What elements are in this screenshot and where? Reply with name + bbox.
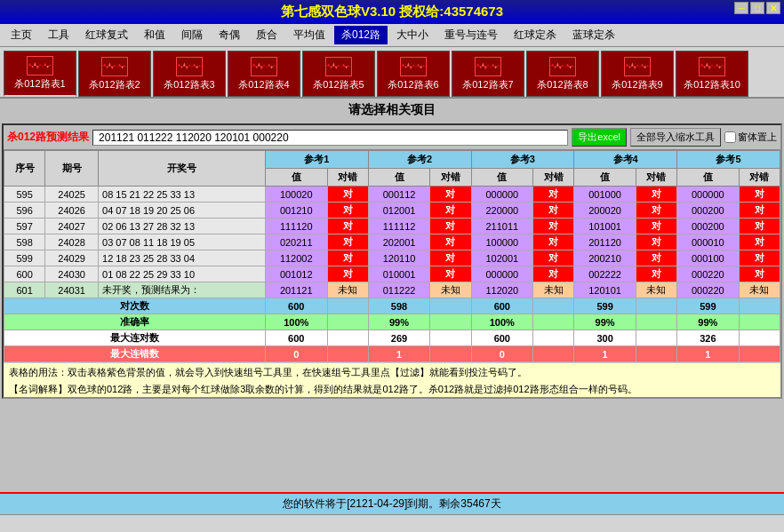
maximize-button[interactable]: □ — [750, 2, 764, 14]
data-table: 序号 期号 开奖号 参考1 参考2 参考3 参考4 参考5 值 对错 值 对错 … — [4, 150, 780, 362]
stat-val: 599 — [677, 298, 740, 314]
stat-empty — [739, 330, 780, 346]
table-row[interactable]: 111120 — [265, 218, 327, 234]
tab-8[interactable]: 杀012路表8 — [526, 51, 599, 97]
stat-val: 599 — [574, 298, 636, 314]
table-row: 对 — [533, 234, 574, 250]
table-row[interactable]: 220000 — [471, 202, 533, 218]
table-row: 01 08 22 25 29 33 10 — [99, 266, 266, 282]
th-seq: 序号 — [4, 151, 45, 187]
table-row[interactable]: 000010 — [677, 234, 740, 250]
export-button[interactable]: 导出excel — [572, 128, 627, 147]
table-row: 对 — [327, 202, 368, 218]
tab-4[interactable]: 杀012路表4 — [228, 51, 300, 97]
table-row[interactable]: 211011 — [471, 218, 533, 234]
table-row: 对 — [430, 187, 471, 202]
menu-bluekill[interactable]: 蓝球定杀 — [565, 26, 622, 44]
tab-10[interactable]: 杀012路表10 — [676, 51, 748, 97]
table-row[interactable]: 002222 — [574, 266, 636, 282]
menu-012[interactable]: 杀012路 — [334, 26, 388, 44]
stat-empty — [636, 346, 676, 362]
menu-tools[interactable]: 工具 — [41, 26, 76, 44]
menu-sum[interactable]: 和值 — [137, 26, 172, 44]
stat-val: 269 — [368, 330, 430, 346]
menu-home[interactable]: 主页 — [4, 26, 39, 44]
table-row: 对 — [327, 218, 368, 234]
tab-2[interactable]: 杀012路表2 — [78, 51, 151, 97]
window-controls: ─ □ ✕ — [734, 2, 780, 14]
stat-empty — [636, 314, 676, 330]
close-button[interactable]: ✕ — [766, 2, 780, 14]
table-row[interactable]: 102001 — [471, 250, 533, 266]
tab-5[interactable]: 杀012路表5 — [302, 51, 375, 97]
menu-prime[interactable]: 质合 — [249, 26, 284, 44]
th-v3: 值 — [471, 169, 533, 187]
footer-note-2: 【名词解释】双色球的012路，主要是对每个红球做除3取余数的计算，得到的结果就是… — [4, 382, 780, 397]
table-row[interactable]: 101001 — [574, 218, 636, 234]
menu-oddeven[interactable]: 奇偶 — [212, 26, 247, 44]
stat-empty — [739, 314, 780, 330]
table-row[interactable]: 000112 — [368, 187, 430, 202]
menu-interval[interactable]: 间隔 — [174, 26, 210, 44]
table-row[interactable]: 000200 — [677, 218, 740, 234]
th-balls: 开奖号 — [99, 151, 266, 187]
tab-icon-10 — [699, 57, 725, 76]
menu-average[interactable]: 平均值 — [286, 26, 332, 44]
table-row[interactable]: 000100 — [677, 250, 740, 266]
tab-7[interactable]: 杀012路表7 — [452, 51, 524, 97]
table-row[interactable]: 100000 — [471, 234, 533, 250]
table-row[interactable]: 010001 — [368, 266, 430, 282]
stat-val: 1 — [368, 346, 430, 362]
menu-redball[interactable]: 红球复式 — [78, 26, 135, 44]
table-row[interactable]: 112002 — [265, 250, 327, 266]
table-row[interactable]: 100020 — [265, 187, 327, 202]
table-row: 对 — [739, 187, 780, 202]
table-row: 598 — [4, 234, 45, 250]
section-title: 请选择相关项目 — [0, 99, 784, 122]
th-ref5: 参考5 — [677, 151, 780, 169]
minimize-button[interactable]: ─ — [734, 2, 748, 14]
table-row: 对 — [739, 266, 780, 282]
table-row: 对 — [739, 218, 780, 234]
predict-row[interactable]: 112020 — [471, 282, 533, 298]
app-title: 第七感双色球V3.10 授权给:43574673 — [281, 4, 503, 19]
tab-6[interactable]: 杀012路表6 — [377, 51, 450, 97]
table-row[interactable]: 000000 — [677, 187, 740, 202]
table-row[interactable]: 001000 — [574, 187, 636, 202]
menu-redkill[interactable]: 红球定杀 — [507, 26, 564, 44]
table-row[interactable]: 202001 — [368, 234, 430, 250]
menu-repeat[interactable]: 重号与连号 — [437, 26, 505, 44]
tab-1[interactable]: 杀012路表1 — [4, 51, 76, 97]
table-row[interactable]: 000000 — [471, 187, 533, 202]
menu-bigmedsmall[interactable]: 大中小 — [389, 26, 436, 44]
tab-icon-4 — [251, 57, 277, 76]
table-row[interactable]: 001012 — [265, 266, 327, 282]
stat-val: 1 — [677, 346, 740, 362]
predict-row[interactable]: 201121 — [265, 282, 327, 298]
predict-row[interactable]: 120101 — [574, 282, 636, 298]
predict-row: 未知 — [739, 282, 780, 298]
table-row[interactable]: 201120 — [574, 234, 636, 250]
predict-row[interactable]: 000220 — [677, 282, 740, 298]
predict-row: 未知 — [533, 282, 574, 298]
table-row[interactable]: 000200 — [677, 202, 740, 218]
predict-row[interactable]: 011222 — [368, 282, 430, 298]
table-row[interactable]: 120110 — [368, 250, 430, 266]
table-row[interactable]: 111112 — [368, 218, 430, 234]
tab-icon-7 — [475, 57, 501, 76]
table-row[interactable]: 000000 — [471, 266, 533, 282]
stat-empty — [327, 330, 368, 346]
tab-9[interactable]: 杀012路表9 — [601, 51, 674, 97]
table-row[interactable]: 001210 — [265, 202, 327, 218]
import-button[interactable]: 全部导入缩水工具 — [630, 128, 721, 147]
topmost-checkbox[interactable] — [724, 131, 736, 143]
table-row[interactable]: 020211 — [265, 234, 327, 250]
bottom-bar — [0, 514, 784, 532]
table-row[interactable]: 200210 — [574, 250, 636, 266]
table-row[interactable]: 012001 — [368, 202, 430, 218]
tab-3[interactable]: 杀012路表3 — [153, 51, 226, 97]
th-ref2: 参考2 — [368, 151, 471, 169]
table-row[interactable]: 000220 — [677, 266, 740, 282]
table-row[interactable]: 200020 — [574, 202, 636, 218]
table-row: 03 07 08 11 18 19 05 — [99, 234, 266, 250]
